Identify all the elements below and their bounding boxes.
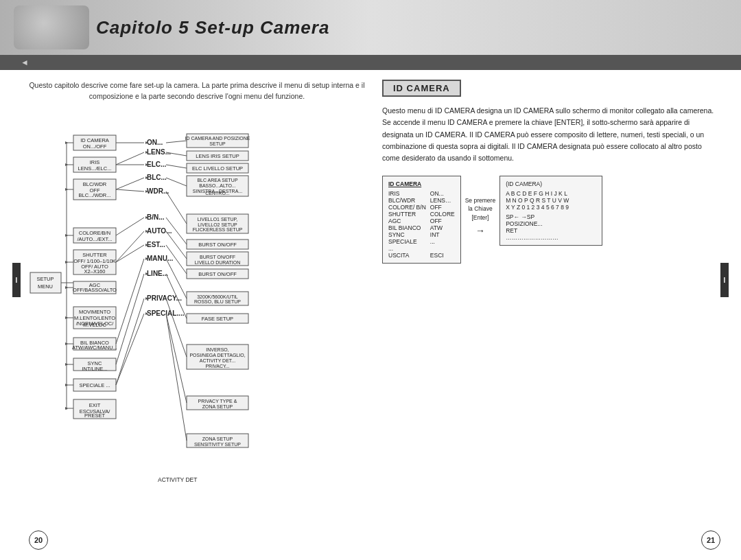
svg-text:ON...: ON... xyxy=(147,139,163,146)
id-camera-connector: Se premerela Chiave[Enter] → xyxy=(465,176,495,236)
svg-text:LINE...: LINE... xyxy=(147,270,168,277)
svg-text:PRIVACY TYPE &: PRIVACY TYPE & xyxy=(198,399,237,404)
svg-text:MOVIMENTO: MOVIMENTO xyxy=(79,309,110,315)
svg-text:MENU: MENU xyxy=(38,283,53,290)
subheader-bar: ◄ xyxy=(0,55,741,70)
svg-text:B/N...: B/N... xyxy=(147,213,165,221)
svg-text:SPECIALE ...: SPECIALE ... xyxy=(79,382,110,388)
svg-text:LIVELLO DURATION: LIVELLO DURATION xyxy=(195,260,240,265)
svg-text:SENSITIVITY SETUP: SENSITIVITY SETUP xyxy=(194,442,241,447)
svg-text:EST...: EST... xyxy=(147,241,165,248)
svg-line-130 xyxy=(166,314,187,441)
svg-text:BURST ON/OFF: BURST ON/OFF xyxy=(198,271,237,277)
svg-text:/AUTO.../EXT...: /AUTO.../EXT... xyxy=(77,236,112,242)
page-wrapper: Capitolo 5 Set-up Camera ◄ I I Questo ca… xyxy=(0,0,741,560)
svg-text:PRIVACY...: PRIVACY... xyxy=(147,294,182,302)
svg-text:BLC/WDR: BLC/WDR xyxy=(83,181,107,187)
page-title: Capitolo 5 Set-up Camera xyxy=(96,17,329,38)
svg-text:SETUP: SETUP xyxy=(209,141,226,146)
id-camera-right-sub-box: (ID CAMERA) A B C D E F G H I J K L M N … xyxy=(499,176,602,246)
svg-text:BASSO...ALTO...: BASSO...ALTO... xyxy=(199,183,235,188)
svg-text:FASE SETUP: FASE SETUP xyxy=(202,316,233,322)
svg-line-120 xyxy=(166,165,187,168)
svg-line-74 xyxy=(116,299,144,385)
id-camera-sub-diagram: ID CAMERA IRISON... BLC/WDRLENS… COLORE/… xyxy=(382,176,719,264)
svg-line-66 xyxy=(116,231,144,262)
content-area: Questo capitolo descrive come fare set-u… xyxy=(0,70,741,560)
svg-line-126 xyxy=(166,259,187,299)
svg-text:ZONA SETUP: ZONA SETUP xyxy=(202,404,233,409)
svg-text:ACTIVITY DET: ACTIVITY DET xyxy=(158,476,197,483)
svg-text:SHUTTER: SHUTTER xyxy=(82,252,107,258)
svg-text:SPECIAL....: SPECIAL.... xyxy=(147,310,185,317)
arrow-icon: → xyxy=(475,225,485,236)
svg-text:BLC AREA SETUP: BLC AREA SETUP xyxy=(197,178,237,183)
svg-text:M.VELOC: M.VELOC xyxy=(83,322,106,328)
svg-text:SETUP: SETUP xyxy=(36,276,54,282)
svg-text:ACTIVITY DET...: ACTIVITY DET... xyxy=(200,358,235,363)
svg-text:BLC.../WDR...: BLC.../WDR... xyxy=(78,192,110,198)
id-camera-title: ID CAMERA xyxy=(382,80,461,97)
id-camera-description: Questo menu di ID CAMERA designa un ID C… xyxy=(382,105,719,165)
svg-text:LIVELLO2 SETUP: LIVELLO2 SETUP xyxy=(198,222,237,227)
page-number-left: 20 xyxy=(29,530,48,550)
header-decoration xyxy=(14,5,89,49)
svg-text:CENTRO...: CENTRO... xyxy=(205,191,229,196)
id-camera-left-sub-box: ID CAMERA IRISON... BLC/WDRLENS… COLORE/… xyxy=(382,176,461,264)
svg-text:BURST ON/OFF: BURST ON/OFF xyxy=(200,255,235,259)
svg-text:BURST ON/OFF: BURST ON/OFF xyxy=(198,242,237,248)
svg-text:OFF/BASSO/ALTO: OFF/BASSO/ALTO xyxy=(73,287,117,293)
page-header: Capitolo 5 Set-up Camera xyxy=(0,0,741,55)
svg-text:ID CAMERA AND POSIZIONE: ID CAMERA AND POSIZIONE xyxy=(185,136,250,141)
svg-text:MANU...: MANU... xyxy=(147,255,174,262)
left-panel: Questo capitolo descrive come fare set-u… xyxy=(22,80,372,553)
svg-text:POSI/NEGA DETTAGLIO,: POSI/NEGA DETTAGLIO, xyxy=(189,353,245,358)
id-camera-menu-items: IRISON... BLC/WDRLENS… COLORE/ B/NOFF SH… xyxy=(388,190,455,259)
svg-text:LENS...: LENS... xyxy=(147,148,171,156)
svg-line-64 xyxy=(116,218,144,235)
svg-text:IRIS: IRIS xyxy=(90,159,100,165)
svg-line-72 xyxy=(116,274,144,364)
svg-text:ELC LIVELLO SETUP: ELC LIVELLO SETUP xyxy=(192,165,243,172)
subheader-arrow: ◄ xyxy=(21,58,29,67)
svg-text:ZONA SETUP: ZONA SETUP xyxy=(202,436,233,441)
svg-text:LENS.../ELC...: LENS.../ELC... xyxy=(78,165,112,172)
svg-text:EXIT: EXIT xyxy=(89,402,101,408)
svg-line-70 xyxy=(116,259,144,344)
svg-text:PRIVACY...: PRIVACY... xyxy=(205,364,229,369)
se-premere-label: Se premerela Chiave[Enter] xyxy=(465,196,495,222)
right-panel: ID CAMERA Questo menu di ID CAMERA desig… xyxy=(372,80,719,553)
svg-text:3200K/5600K/UTIL: 3200K/5600K/UTIL xyxy=(197,294,238,299)
svg-line-118 xyxy=(166,141,187,143)
svg-text:INVERSO,: INVERSO, xyxy=(206,347,229,352)
svg-text:ID CAMERA: ID CAMERA xyxy=(80,137,109,143)
intro-text: Questo capitolo descrive come fare set-u… xyxy=(22,80,372,102)
svg-text:AUTO...: AUTO... xyxy=(147,227,172,235)
svg-line-121 xyxy=(166,178,187,186)
id-camera-right-sub-title: (ID CAMERA) xyxy=(506,180,596,187)
svg-text:LIVELLO1 SETUP,: LIVELLO1 SETUP, xyxy=(198,217,238,222)
svg-line-122 xyxy=(166,191,187,224)
svg-text:X2–X160: X2–X160 xyxy=(84,268,106,275)
svg-line-68 xyxy=(116,245,144,262)
page-number-right: 21 xyxy=(701,530,720,550)
svg-line-60 xyxy=(116,178,144,189)
svg-text:INT/LINE...: INT/LINE... xyxy=(82,366,107,372)
svg-text:ON.../OFF: ON.../OFF xyxy=(83,143,107,150)
svg-line-62 xyxy=(116,189,144,191)
svg-text:WDR...: WDR... xyxy=(147,187,169,195)
svg-line-76 xyxy=(116,314,144,385)
svg-text:ROSSO, BLU SETUP: ROSSO, BLU SETUP xyxy=(194,299,241,304)
svg-text:BLC...: BLC... xyxy=(147,174,167,181)
svg-text:LENS IRIS SETUP: LENS IRIS SETUP xyxy=(196,153,239,159)
svg-text:ELC...: ELC... xyxy=(147,161,167,168)
svg-text:FLICKERLESS SETUP: FLICKERLESS SETUP xyxy=(193,227,243,232)
flowchart-svg: SETUP MENU ID CAMERA ON.../OFF IRIS LENS… xyxy=(29,108,365,492)
svg-text:PRESET: PRESET xyxy=(84,412,105,419)
id-camera-left-sub-title: ID CAMERA xyxy=(388,180,455,187)
svg-text:ATW/AWC/MANU...: ATW/AWC/MANU... xyxy=(72,345,117,351)
svg-line-56 xyxy=(116,152,144,165)
svg-text:COLORE/B/N: COLORE/B/N xyxy=(79,230,110,236)
